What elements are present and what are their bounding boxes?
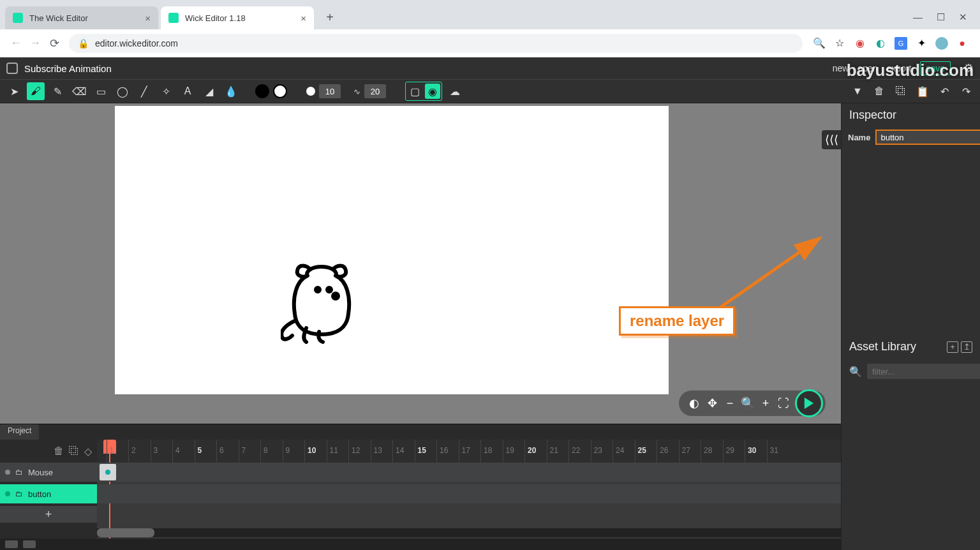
timeline-ruler[interactable]: 1234678911121314161718192122232426272829… <box>97 440 841 463</box>
onion-skin-icon[interactable]: ☁ <box>446 82 464 100</box>
upload-asset-icon[interactable]: ↥ <box>961 341 972 353</box>
eraser-tool-icon[interactable]: ⌫ <box>70 82 88 100</box>
zoom-out-icon[interactable]: − <box>721 394 739 412</box>
layer-row-mouse[interactable]: 🗀 Mouse <box>0 463 97 482</box>
browser-address-bar: ← → ⟳ 🔒 editor.wickeditor.com 🔍 ☆ ◉ ◐ G … <box>0 29 980 57</box>
delete-layer-icon[interactable]: 🗑 <box>54 445 64 457</box>
footer-toggle-icon[interactable] <box>5 540 18 548</box>
ellipse-tool-icon[interactable]: ◯ <box>114 82 131 100</box>
drawing-mouse <box>281 259 364 348</box>
maximize-icon[interactable]: ☐ <box>937 11 945 23</box>
undo-icon[interactable]: ↶ <box>935 82 953 100</box>
tab-favicon <box>13 13 23 23</box>
copy-icon[interactable]: ⿻ <box>892 82 910 100</box>
minimize-icon[interactable]: — <box>913 11 923 23</box>
path-tool-icon[interactable]: ✧ <box>157 82 175 100</box>
extension-icon[interactable]: ◉ <box>854 37 866 50</box>
forward-button[interactable]: → <box>26 34 45 53</box>
profile-icon[interactable] <box>935 37 948 50</box>
delete-icon[interactable]: 🗑 <box>870 82 888 100</box>
tab-favicon <box>168 13 179 23</box>
zoom-icon[interactable]: 🔍 <box>739 394 757 412</box>
frame-track-1[interactable] <box>97 484 841 503</box>
keyframe[interactable] <box>100 464 116 480</box>
app-logo-icon[interactable] <box>6 63 18 74</box>
mode-frame-icon[interactable]: ▢ <box>407 84 422 99</box>
copy-layer-icon[interactable]: ⿻ <box>69 445 79 457</box>
star-icon[interactable]: ☆ <box>833 37 846 50</box>
extensions-menu-icon[interactable]: ✦ <box>915 37 928 50</box>
browser-tab-1[interactable]: Wick Editor 1.18 × <box>161 6 314 29</box>
eyedropper-tool-icon[interactable]: 💧 <box>222 82 240 100</box>
timeline-footer <box>0 539 841 550</box>
back-button[interactable]: ← <box>6 34 26 53</box>
search-icon[interactable]: 🔍 <box>813 37 826 50</box>
frames-column[interactable]: 1234678911121314161718192122232426272829… <box>97 440 841 539</box>
scrollbar-thumb[interactable] <box>97 528 154 537</box>
add-layer-button[interactable]: + <box>0 506 97 523</box>
timeline-panel: Project 🗑 ⿻ ◇ 🗀 Mouse <box>0 424 841 550</box>
dropdown-icon[interactable]: ▼ <box>849 82 866 100</box>
fullscreen-icon[interactable]: ⛶ <box>775 394 792 412</box>
search-icon: 🔍 <box>849 366 862 378</box>
brush-size-icon <box>306 87 315 96</box>
zoom-in-icon[interactable]: + <box>757 394 775 412</box>
browser-tab-0[interactable]: The Wick Editor × <box>5 6 158 29</box>
visibility-icon[interactable] <box>5 491 10 496</box>
name-label: Name <box>848 133 870 142</box>
stroke-color-swatch[interactable] <box>273 84 287 98</box>
close-icon[interactable]: × <box>301 13 306 24</box>
layers-column: 🗑 ⿻ ◇ 🗀 Mouse 🗀 button <box>0 440 97 539</box>
tab-title: Wick Editor 1.18 <box>185 13 246 23</box>
lock-icon: 🔒 <box>78 38 89 48</box>
layer-name: Mouse <box>28 468 53 477</box>
frame-track-0[interactable] <box>97 463 841 482</box>
extension-icon[interactable]: ● <box>956 37 969 50</box>
extension-icon[interactable]: ◐ <box>874 37 887 50</box>
svg-point-2 <box>333 294 338 299</box>
zoom-controls: ◐ ✥ − 🔍 + ⛶ <box>679 390 826 416</box>
play-button[interactable] <box>795 389 823 417</box>
new-tab-button[interactable]: + <box>320 8 339 27</box>
right-panel: Inspector Name Asset Library + ↥ 🔍 <box>841 103 980 550</box>
brush-size-input[interactable] <box>319 84 341 98</box>
asset-library-header: Asset Library + ↥ <box>842 335 980 359</box>
layer-row-button[interactable]: 🗀 button <box>0 484 97 503</box>
fill-color-swatch[interactable] <box>255 84 269 98</box>
rectangle-tool-icon[interactable]: ▭ <box>92 82 110 100</box>
recenter-icon[interactable]: ◐ <box>685 394 703 412</box>
url-field[interactable]: 🔒 editor.wickeditor.com <box>69 34 803 53</box>
fill-tool-icon[interactable]: ◢ <box>200 82 218 100</box>
mode-onion-icon[interactable]: ◉ <box>425 84 440 99</box>
text-tool-icon[interactable]: A <box>179 82 197 100</box>
close-icon[interactable]: × <box>145 13 151 24</box>
pencil-tool-icon[interactable]: ✎ <box>48 82 66 100</box>
line-tool-icon[interactable]: ╱ <box>135 82 153 100</box>
tween-icon[interactable]: ◇ <box>84 445 92 457</box>
visibility-icon[interactable] <box>5 470 10 475</box>
paste-icon[interactable]: 📋 <box>914 82 932 100</box>
reload-button[interactable]: ⟳ <box>45 34 64 53</box>
inspector-header: Inspector <box>842 103 980 127</box>
timeline-scrollbar[interactable] <box>97 528 841 537</box>
layer-name-input[interactable] <box>875 130 980 145</box>
svg-point-1 <box>327 288 331 292</box>
project-tab[interactable]: Project <box>0 424 39 440</box>
asset-library-title: Asset Library <box>849 340 916 353</box>
annotation-label: rename layer <box>619 306 735 336</box>
extension-icon[interactable]: G <box>895 37 907 50</box>
cursor-tool-icon[interactable]: ➤ <box>5 82 23 100</box>
collapse-panel-icon[interactable]: ⟨⟨⟨ <box>822 130 841 149</box>
footer-toggle-icon[interactable] <box>23 540 36 548</box>
svg-point-0 <box>316 288 320 292</box>
canvas[interactable] <box>115 106 669 394</box>
brush-tool-icon[interactable]: 🖌 <box>27 82 45 100</box>
url-text: editor.wickeditor.com <box>95 38 178 48</box>
close-window-icon[interactable]: ✕ <box>959 11 967 23</box>
window-controls: — ☐ ✕ <box>913 11 975 29</box>
redo-icon[interactable]: ↷ <box>957 82 975 100</box>
pan-icon[interactable]: ✥ <box>703 394 721 412</box>
add-asset-icon[interactable]: + <box>947 341 958 353</box>
asset-filter-input[interactable] <box>867 364 980 379</box>
smoothing-input[interactable] <box>364 84 386 98</box>
